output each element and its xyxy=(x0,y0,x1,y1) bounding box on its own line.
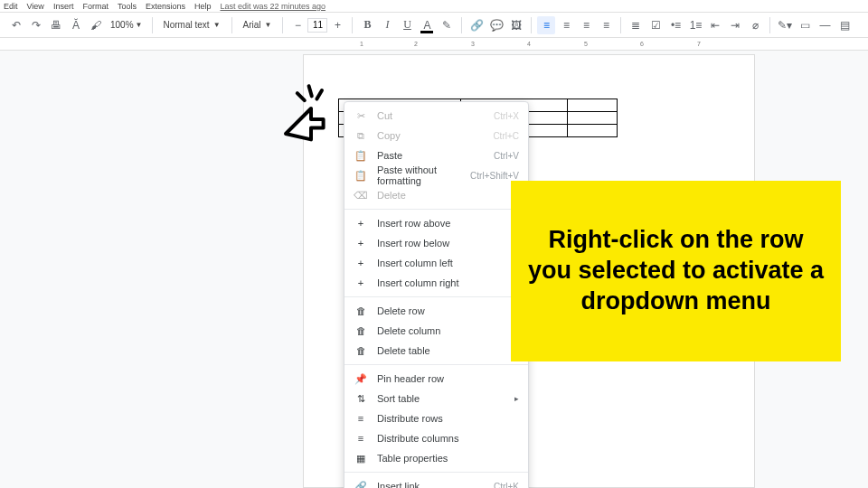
context-menu-item-paste[interactable]: 📋PasteCtrl+V xyxy=(344,145,528,165)
context-menu-label: Insert column left xyxy=(377,258,519,268)
print-button[interactable]: 🖶 xyxy=(47,16,65,34)
decrease-indent-button[interactable]: ⇤ xyxy=(706,16,724,34)
context-menu-label: Table properties xyxy=(377,453,519,464)
font-select[interactable]: Arial▼ xyxy=(238,20,278,30)
checklist-button[interactable]: ☑ xyxy=(646,16,665,34)
trash-icon: 🗑 xyxy=(354,324,368,338)
link-icon: 🔗 xyxy=(354,479,368,488)
separator xyxy=(769,17,770,33)
align-left-button[interactable]: ≡ xyxy=(537,16,555,34)
ruler-tick: 2 xyxy=(414,41,418,47)
instruction-callout: Right-click on the row you selected to a… xyxy=(511,181,841,361)
menubar: Edit View Insert Format Tools Extensions… xyxy=(0,0,868,13)
svg-line-2 xyxy=(297,93,305,100)
border-style-button[interactable]: ▤ xyxy=(835,16,854,34)
last-edit-link[interactable]: Last edit was 22 minutes ago xyxy=(220,2,326,11)
dist-rows-icon: ≡ xyxy=(354,411,368,426)
font-size-minus[interactable]: − xyxy=(288,16,307,34)
context-menu-label: Cut xyxy=(377,110,494,121)
trash-icon: 🗑 xyxy=(354,304,368,318)
font-size-plus[interactable]: + xyxy=(328,16,346,34)
menu-format[interactable]: Format xyxy=(82,2,108,11)
context-menu-label: Delete xyxy=(377,190,519,201)
separator xyxy=(531,17,532,33)
insert-image-button[interactable]: 🖼 xyxy=(507,16,525,34)
redo-button[interactable]: ↷ xyxy=(27,16,45,34)
menu-tools[interactable]: Tools xyxy=(118,2,137,11)
context-menu-item-insert-row-below[interactable]: +Insert row below xyxy=(344,233,528,253)
ruler-tick: 4 xyxy=(527,41,531,47)
context-menu-item-insert-column-right[interactable]: +Insert column right xyxy=(344,273,528,293)
context-menu-label: Sort table xyxy=(377,393,514,404)
align-justify-button[interactable]: ≡ xyxy=(597,16,615,34)
context-menu-label: Delete table xyxy=(377,345,519,356)
highlight-tool-button[interactable]: ✎▾ xyxy=(776,16,794,34)
menu-extensions[interactable]: Extensions xyxy=(146,2,185,11)
italic-button[interactable]: I xyxy=(378,16,396,34)
context-menu-shortcut: Ctrl+Shift+V xyxy=(470,171,519,181)
border-weight-button[interactable]: — xyxy=(816,16,834,34)
context-menu-item-cut: ✂CutCtrl+X xyxy=(344,106,528,126)
align-center-button[interactable]: ≡ xyxy=(557,16,575,34)
context-menu-separator xyxy=(344,209,528,210)
separator xyxy=(152,17,153,33)
context-menu-label: Distribute columns xyxy=(377,433,519,444)
context-menu-label: Distribute rows xyxy=(377,413,519,424)
copy-icon: ⧉ xyxy=(354,128,368,143)
context-menu-shortcut: Ctrl+X xyxy=(494,111,519,121)
context-menu-label: Delete column xyxy=(377,325,519,336)
zoom-select[interactable]: 100%▼ xyxy=(107,20,146,30)
context-menu-item-table-properties[interactable]: ▦Table properties xyxy=(344,448,528,468)
context-menu: ✂CutCtrl+X⧉CopyCtrl+C📋PasteCtrl+V📋Paste … xyxy=(344,101,529,488)
plus-icon: + xyxy=(354,236,368,250)
paragraph-style-select[interactable]: Normal text▼ xyxy=(158,20,226,30)
paste-icon: 📋 xyxy=(354,148,368,163)
context-menu-shortcut: Ctrl+V xyxy=(494,151,519,161)
spellcheck-button[interactable]: Ă xyxy=(67,16,85,34)
context-menu-item-delete-row[interactable]: 🗑Delete row xyxy=(344,301,528,321)
insert-link-button[interactable]: 🔗 xyxy=(467,16,486,34)
context-menu-item-sort-table[interactable]: ⇅Sort table▸ xyxy=(344,389,528,408)
underline-button[interactable]: U xyxy=(398,16,416,34)
increase-indent-button[interactable]: ⇥ xyxy=(726,16,744,34)
undo-button[interactable]: ↶ xyxy=(7,16,25,34)
paint-format-button[interactable]: 🖌 xyxy=(87,16,105,34)
add-comment-button[interactable]: 💬 xyxy=(487,16,505,34)
context-menu-separator xyxy=(344,472,528,473)
plus-icon: + xyxy=(354,276,368,290)
context-menu-item-pin-header-row[interactable]: 📌Pin header row xyxy=(344,369,528,389)
ruler-tick: 6 xyxy=(640,41,644,47)
context-menu-label: Insert row below xyxy=(377,238,519,249)
instruction-text: Right-click on the row you selected to a… xyxy=(527,225,825,316)
menu-view[interactable]: View xyxy=(27,2,44,11)
context-menu-item-distribute-rows[interactable]: ≡Distribute rows xyxy=(344,408,528,428)
separator xyxy=(282,17,283,33)
line-spacing-button[interactable]: ≣ xyxy=(627,16,645,34)
font-size-stepper[interactable]: − 11 + xyxy=(288,16,346,34)
context-menu-item-delete-table[interactable]: 🗑Delete table xyxy=(344,341,528,361)
context-menu-item-insert-row-above[interactable]: +Insert row above xyxy=(344,213,528,233)
context-menu-item-delete: ⌫Delete xyxy=(344,185,528,205)
svg-line-1 xyxy=(316,90,322,99)
menu-edit[interactable]: Edit xyxy=(4,2,18,11)
highlight-button[interactable]: ✎ xyxy=(438,16,456,34)
delete-icon: ⌫ xyxy=(354,188,368,202)
bulleted-list-button[interactable]: •≡ xyxy=(666,16,684,34)
context-menu-label: Copy xyxy=(377,130,493,141)
context-menu-item-paste-without-formatting[interactable]: 📋Paste without formattingCtrl+Shift+V xyxy=(344,165,528,185)
context-menu-item-delete-column[interactable]: 🗑Delete column xyxy=(344,321,528,341)
context-menu-item-insert-column-left[interactable]: +Insert column left xyxy=(344,253,528,273)
ruler-tick: 7 xyxy=(697,41,701,47)
align-right-button[interactable]: ≡ xyxy=(577,16,595,34)
context-menu-item-insert-link[interactable]: 🔗Insert linkCtrl+K xyxy=(344,476,528,488)
menu-help[interactable]: Help xyxy=(194,2,212,11)
bold-button[interactable]: B xyxy=(358,16,376,34)
clear-formatting-button[interactable]: ⌀ xyxy=(746,16,764,34)
font-size-value[interactable]: 11 xyxy=(307,18,327,33)
border-button[interactable]: ▭ xyxy=(796,16,814,34)
context-menu-item-distribute-columns[interactable]: ≡Distribute columns xyxy=(344,428,528,448)
menu-insert[interactable]: Insert xyxy=(53,2,74,11)
context-menu-label: Delete row xyxy=(377,305,519,316)
text-color-button[interactable]: A xyxy=(418,16,436,34)
numbered-list-button[interactable]: 1≡ xyxy=(686,16,704,34)
